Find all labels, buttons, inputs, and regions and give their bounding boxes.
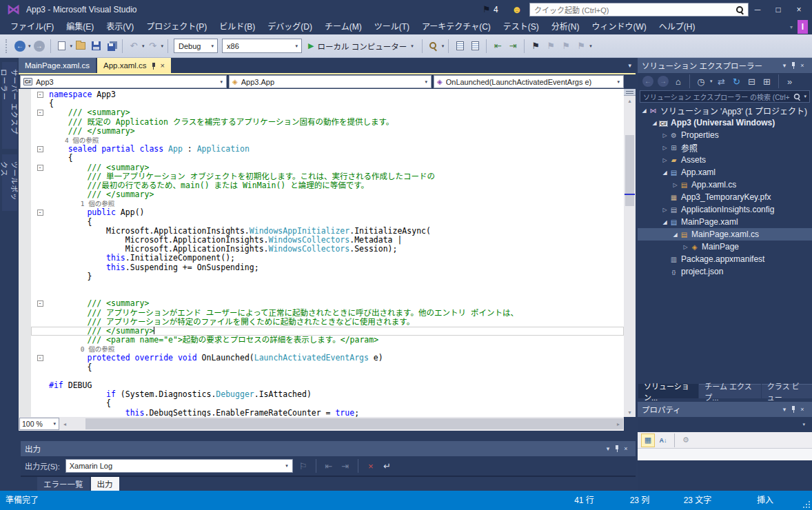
window-position-icon[interactable]: ▾ — [779, 406, 790, 413]
document-tab[interactable]: App.xaml.cs× — [97, 58, 171, 73]
chevron-down-icon[interactable]: ▾ — [804, 94, 806, 99]
toggle-bookmark-icon[interactable]: ⚑ — [529, 39, 542, 54]
navigate-back-icon[interactable]: ← — [642, 74, 654, 89]
expander-icon[interactable]: ▷ — [661, 207, 669, 213]
start-debugging-button[interactable]: ▶ローカル コンピューター▾ — [304, 39, 418, 54]
toolbar-overflow-icon[interactable]: » — [784, 74, 796, 89]
menu-overflow-icon[interactable]: ▾ — [790, 24, 793, 30]
tree-item[interactable]: ▷◈MainPage — [638, 241, 812, 253]
tool-window-tab[interactable]: 出力 — [91, 477, 119, 491]
editor-split-handle[interactable] — [624, 89, 636, 96]
indicator-margin[interactable] — [19, 89, 31, 417]
uncomment-selection-icon[interactable] — [469, 39, 481, 54]
tree-item[interactable]: ▷▤ApplicationInsights.config — [638, 203, 812, 216]
tree-item[interactable]: ◢▤MainPage.xaml — [638, 216, 812, 228]
alphabetical-icon[interactable]: A↓ — [656, 434, 670, 447]
menu-item[interactable]: プロジェクト(P) — [140, 19, 213, 34]
chevron-down-icon[interactable]: ▾ — [710, 79, 713, 84]
categorized-icon[interactable]: ▦ — [641, 434, 655, 447]
tree-item[interactable]: ◢▤MainPage.xaml.cs — [638, 228, 812, 241]
tree-item[interactable]: ◢▤App.xaml — [638, 166, 812, 178]
chevron-down-icon[interactable]: ▾ — [53, 421, 56, 427]
toggle-word-wrap-icon[interactable]: ↵ — [381, 458, 394, 473]
collapse-all-icon[interactable]: ⊟ — [746, 74, 758, 89]
expander-icon[interactable]: ▷ — [682, 244, 689, 250]
pending-changes-filter-icon[interactable]: ◷ — [695, 74, 707, 89]
previous-bookmark-icon[interactable]: ⚑ — [545, 39, 557, 54]
chevron-down-icon[interactable]: ▾ — [220, 79, 223, 85]
code-line[interactable]: this.Suspending += OnSuspending; — [31, 263, 624, 272]
navigate-forward-icon[interactable]: → — [657, 74, 669, 89]
expander-icon[interactable]: ▷ — [671, 182, 679, 188]
menu-item[interactable]: 編集(E) — [60, 19, 100, 34]
save-all-icon[interactable] — [105, 39, 117, 54]
chevron-down-icon[interactable]: ▾ — [442, 43, 445, 49]
document-tab[interactable]: MainPage.xaml.cs — [19, 58, 96, 73]
menu-item[interactable]: ウィンドウ(W) — [585, 19, 652, 34]
nav-forward-icon[interactable]: → — [33, 39, 45, 54]
search-icon[interactable] — [735, 6, 744, 14]
scrollbar-thumb[interactable] — [85, 418, 623, 429]
code-line[interactable]: - protected override void OnLaunched(Lau… — [31, 354, 624, 363]
tool-window-tab[interactable]: エラー一覧 — [37, 477, 90, 491]
menu-item[interactable]: 表示(V) — [100, 19, 140, 34]
menu-item[interactable]: ヘルプ(H) — [653, 19, 702, 34]
tool-window-tab[interactable]: ソリューション... — [638, 384, 698, 398]
chevron-down-icon[interactable]: ▾ — [617, 79, 620, 85]
pin-icon[interactable] — [151, 62, 156, 70]
pin-icon[interactable] — [790, 405, 797, 414]
solution-configurations-combo[interactable]: Debug▾ — [174, 39, 218, 53]
menu-item[interactable]: アーキテクチャ(C) — [416, 19, 497, 34]
properties-title-bar[interactable]: プロパティ ▾ × — [638, 402, 812, 417]
outline-collapse-icon[interactable]: - — [37, 210, 43, 216]
next-message-icon[interactable]: ⇥ — [339, 458, 352, 473]
tree-item[interactable]: {}project.json — [638, 265, 812, 278]
scroll-right-arrow[interactable]: ▸ — [613, 417, 624, 431]
notification-count-badge[interactable]: 4 — [494, 5, 498, 14]
scrollbar-thumb[interactable] — [625, 135, 634, 206]
menu-item[interactable]: ファイル(F) — [4, 19, 60, 34]
tree-item[interactable]: ◢C#App3 (Universal Windows) — [638, 116, 812, 129]
expander-icon[interactable]: ▷ — [661, 145, 669, 151]
tree-item[interactable]: ▷▰Assets — [638, 154, 812, 166]
code-line[interactable] — [31, 372, 624, 381]
code-line[interactable]: { — [31, 363, 624, 372]
quick-launch-search[interactable]: クイック起動 (Ctrl+Q) — [529, 3, 749, 17]
chevron-down-icon[interactable]: ▾ — [161, 43, 164, 49]
window-position-icon[interactable]: ▾ — [602, 445, 613, 452]
resize-grip[interactable] — [803, 501, 810, 508]
chevron-down-icon[interactable]: ▾ — [589, 43, 592, 49]
notifications-flag-icon[interactable]: ⚑ — [483, 4, 491, 14]
tree-item[interactable]: ▷⚙Properties — [638, 129, 812, 141]
increase-indent-icon[interactable]: ⇥ — [507, 39, 519, 54]
output-source-combo[interactable]: Xamarin Log ▾ — [65, 459, 293, 473]
code-line[interactable]: if (System.Diagnostics.Debugger.IsAttach… — [31, 390, 624, 399]
clear-bookmarks-icon[interactable]: ⚑ — [575, 39, 587, 54]
outline-collapse-icon[interactable]: - — [37, 165, 43, 171]
outline-collapse-icon[interactable]: - — [37, 92, 43, 98]
pin-icon[interactable] — [790, 61, 797, 70]
previous-message-icon[interactable]: ⇤ — [323, 458, 335, 473]
code-line[interactable]: -namespace App3 — [31, 90, 624, 99]
open-file-icon[interactable] — [74, 39, 87, 54]
menu-item[interactable]: 分析(N) — [545, 19, 586, 34]
redo-icon[interactable]: ↷ — [147, 39, 159, 54]
property-pages-icon[interactable]: ⚙ — [679, 434, 693, 447]
toolbar-drag-handle[interactable] — [6, 39, 10, 53]
tree-item[interactable]: ▷▤App.xaml.cs — [638, 178, 812, 191]
refresh-icon[interactable]: ↻ — [731, 74, 743, 89]
scroll-down-arrow[interactable]: ▾ — [624, 407, 636, 417]
project-dropdown[interactable]: C# App3 ▾ — [20, 75, 227, 88]
editor-zoom-combo[interactable]: 100 % ▾ — [19, 418, 59, 430]
member-dropdown[interactable]: ◈ OnLaunched(LaunchActivatedEventArgs e)… — [434, 75, 624, 88]
code-line[interactable]: /// </summary> — [31, 127, 624, 136]
expander-icon[interactable]: ▷ — [661, 157, 669, 163]
chevron-down-icon[interactable]: ▾ — [28, 43, 31, 49]
menu-item[interactable]: デバッグ(D) — [261, 19, 318, 34]
menu-item[interactable]: ツール(T) — [368, 19, 416, 34]
find-in-files-icon[interactable] — [427, 39, 440, 54]
maximize-button[interactable]: □ — [768, 0, 789, 19]
outline-collapse-icon[interactable]: - — [37, 300, 43, 307]
nav-backward-icon[interactable]: ← — [14, 39, 26, 54]
solution-platforms-combo[interactable]: x86▾ — [222, 39, 302, 53]
